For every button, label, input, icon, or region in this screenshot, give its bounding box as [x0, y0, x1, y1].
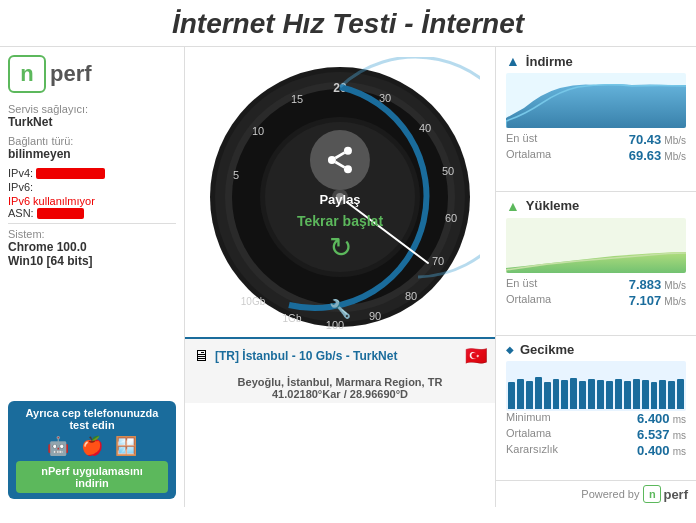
svg-line-27: [335, 162, 344, 167]
minimum-label: Minimum: [506, 411, 551, 426]
upload-en-ust-value: 7.883: [629, 277, 662, 292]
logo-perf: perf: [50, 61, 92, 87]
upload-title: Yükleme: [526, 198, 579, 213]
nperf-logo-small: n perf: [643, 485, 688, 503]
upload-ortalama: Ortalama 7.107 Mb/s: [506, 293, 686, 308]
kararsizlik-value: 0.400: [637, 443, 670, 458]
android-icon: 🤖: [47, 435, 69, 457]
minimum-unit: ms: [673, 414, 686, 425]
latency-bar: [517, 379, 524, 409]
en-ust-value: 70.43: [629, 132, 662, 147]
asn-value: [37, 208, 84, 219]
download-app-button[interactable]: nPerf uygulamasını indirin: [16, 461, 168, 493]
upload-en-ust-label: En üst: [506, 277, 537, 292]
latency-bar: [535, 377, 542, 409]
latency-bar: [553, 379, 560, 409]
powered-by-text: Powered by: [581, 488, 639, 500]
svg-text:🔧: 🔧: [329, 298, 352, 320]
upload-header: ▲ Yükleme: [506, 198, 686, 214]
kararsizlik-label: Kararsızlık: [506, 443, 558, 458]
page-title: İnternet Hız Testi - İnternet: [0, 0, 696, 47]
svg-text:1Gb: 1Gb: [283, 313, 302, 324]
mobile-app-icons: 🤖 🍎 🪟: [16, 435, 168, 457]
latency-bar: [659, 380, 666, 409]
en-ust-label: En üst: [506, 132, 537, 147]
asn-row: ASN:: [8, 207, 176, 219]
latency-arrow-icon: ◆: [506, 344, 514, 355]
speedometer: 20 30 40 50 60 70 80 90 100 1Gb 10Gb 15 …: [200, 57, 480, 337]
minimum-value: 6.400: [637, 411, 670, 426]
latency-bar: [588, 379, 595, 409]
download-header: ▲ İndirme: [506, 53, 686, 69]
latency-ortalama-value: 6.537: [637, 427, 670, 442]
svg-text:10Gb: 10Gb: [241, 296, 266, 307]
upload-block: ▲ Yükleme En üst: [496, 192, 696, 337]
flag-icon: 🇹🇷: [465, 345, 487, 367]
latency-bar: [668, 381, 675, 410]
sistem-label: Sistem:: [8, 228, 176, 240]
latency-ortalama-unit: ms: [673, 430, 686, 441]
en-ust-unit: Mb/s: [664, 135, 686, 146]
latency-stats: Minimum 6.400 ms Ortalama 6.537 ms Karar…: [506, 411, 686, 458]
latency-block: ◆ Gecikme: [496, 336, 696, 481]
download-stats: En üst 70.43 Mb/s Ortalama 69.63 Mb/s: [506, 132, 686, 163]
logo-n-icon: n: [8, 55, 46, 93]
refresh-icon[interactable]: ↻: [329, 231, 352, 264]
svg-point-25: [328, 156, 336, 164]
latency-bar: [615, 379, 622, 410]
svg-text:100: 100: [326, 319, 344, 331]
upload-arrow-icon: ▲: [506, 198, 520, 214]
upload-stats: En üst 7.883 Mb/s Ortalama 7.107 Mb/s: [506, 277, 686, 308]
latency-bar: [642, 380, 649, 409]
latency-chart: [506, 361, 686, 411]
latency-bar: [570, 378, 577, 409]
share-button[interactable]: [310, 130, 370, 190]
latency-title: Gecikme: [520, 342, 574, 357]
upload-ortalama-value: 7.107: [629, 293, 662, 308]
latency-bar: [544, 382, 551, 410]
center-bottom: 🖥 [TR] İstanbul - 10 Gb/s - TurkNet 🇹🇷 B…: [185, 337, 495, 403]
download-chart: [506, 73, 686, 128]
server-icon: 🖥: [193, 347, 209, 365]
latency-ortalama: Ortalama 6.537 ms: [506, 427, 686, 442]
server-name: [TR] İstanbul - 10 Gb/s - TurkNet: [215, 349, 397, 363]
upload-en-ust-unit: Mb/s: [664, 280, 686, 291]
ortalama-value: 69.63: [629, 148, 662, 163]
download-ortalama: Ortalama 69.63 Mb/s: [506, 148, 686, 163]
svg-text:90: 90: [369, 310, 381, 322]
latency-bar: [597, 380, 604, 409]
ipv4-label: IPv4:: [8, 167, 33, 179]
ortalama-unit: Mb/s: [664, 151, 686, 162]
svg-text:40: 40: [419, 122, 431, 134]
left-panel: n perf Servis sağlayıcı: TurkNet Bağlant…: [0, 47, 185, 507]
svg-text:50: 50: [442, 165, 454, 177]
svg-text:10: 10: [252, 125, 264, 137]
svg-line-28: [335, 153, 344, 158]
baglanti-label: Bağlantı türü:: [8, 135, 176, 147]
latency-bar: [633, 379, 640, 409]
speedo-center: Paylaş Tekrar başlat ↻: [297, 130, 383, 264]
latency-bar: [624, 381, 631, 409]
tekrar-button[interactable]: Tekrar başlat: [297, 213, 383, 229]
server-bar: 🖥 [TR] İstanbul - 10 Gb/s - TurkNet 🇹🇷: [185, 337, 495, 373]
upload-ortalama-label: Ortalama: [506, 293, 551, 308]
latency-bar: [677, 379, 684, 409]
latency-bar: [651, 382, 658, 410]
download-title: İndirme: [526, 54, 573, 69]
latency-bar: [606, 381, 613, 410]
mobile-text: Ayrıca cep telefonunuzda test edin: [16, 407, 168, 431]
logo-area: n perf: [8, 55, 176, 93]
servis-label: Servis sağlayıcı:: [8, 103, 176, 115]
right-panel: ▲ İndirme En üst: [495, 47, 696, 507]
paylas-label: Paylaş: [319, 192, 360, 207]
sistem-os: Win10 [64 bits]: [8, 254, 176, 268]
city-label: Beyoğlu, İstanbul, Marmara Region, TR: [189, 376, 491, 388]
ortalama-label: Ortalama: [506, 148, 551, 163]
svg-text:5: 5: [233, 169, 239, 181]
sistem-block: Sistem: Chrome 100.0 Win10 [64 bits]: [8, 223, 176, 268]
location-bar: Beyoğlu, İstanbul, Marmara Region, TR 41…: [185, 373, 495, 403]
baglanti-value: bilinmeyen: [8, 147, 176, 161]
servis-value: TurkNet: [8, 115, 176, 129]
latency-header: ◆ Gecikme: [506, 342, 686, 357]
latency-kararsizlik: Kararsızlık 0.400 ms: [506, 443, 686, 458]
